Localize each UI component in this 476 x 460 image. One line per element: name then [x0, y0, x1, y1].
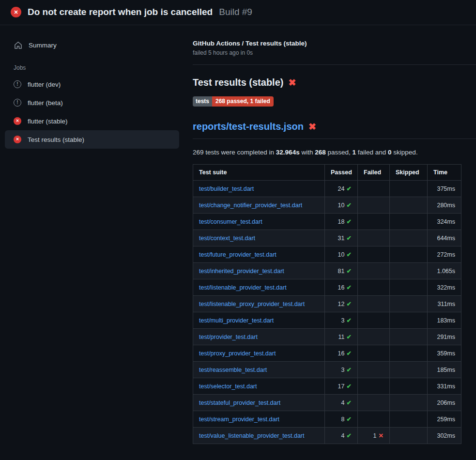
table-row: test/provider_test.dart11✔291ms: [193, 329, 461, 345]
header-test-suite: Test suite: [193, 165, 325, 181]
failed-cell: [358, 214, 390, 230]
header-passed: Passed: [325, 165, 358, 181]
passed-cell: 12✔: [325, 296, 358, 312]
passed-cell: 11✔: [325, 329, 358, 345]
tests-badge: tests 268 passed, 1 failed: [193, 96, 274, 107]
failed-cell: [358, 362, 390, 378]
skipped-cell: [390, 296, 428, 312]
report-link[interactable]: reports/test-results.json: [193, 121, 304, 132]
build-number: Build #9: [219, 7, 252, 17]
check-icon: ✔: [347, 350, 352, 357]
suite-cell: test/consumer_test.dart: [193, 214, 325, 230]
sidebar-job-item[interactable]: !flutter (beta): [5, 93, 179, 112]
header-failed: Failed: [358, 165, 390, 181]
time-cell: 302ms: [428, 428, 461, 444]
check-icon: ✔: [347, 202, 352, 209]
check-icon: ✔: [347, 235, 352, 242]
neutral-status-icon: !: [14, 80, 21, 88]
suite-link[interactable]: test/builder_test.dart: [199, 185, 254, 192]
sidebar-job-item[interactable]: ✕Test results (stable): [5, 130, 179, 149]
sidebar-job-item[interactable]: !flutter (dev): [5, 75, 179, 93]
check-icon: ✔: [347, 284, 352, 291]
skipped-cell: [390, 378, 428, 395]
page-header: ✕ Do not create report when job is cance…: [0, 0, 476, 25]
suite-link[interactable]: test/value_listenable_provider_test.dart: [199, 432, 305, 439]
summary-text: 269 tests were completed in: [193, 149, 276, 156]
skipped-cell: [390, 279, 428, 296]
page-title: Do not create report when job is cancell…: [28, 7, 213, 17]
passed-cell: 18✔: [325, 214, 358, 230]
summary-failed-count: 1: [353, 149, 356, 156]
time-cell: 280ms: [428, 197, 461, 214]
table-row: test/listenable_provider_test.dart16✔322…: [193, 279, 461, 296]
check-icon: ✔: [347, 432, 352, 439]
failed-status-icon: ✕: [14, 136, 21, 143]
skipped-cell: [390, 411, 428, 428]
table-row: test/proxy_provider_test.dart16✔359ms: [193, 345, 461, 362]
table-row: test/builder_test.dart24✔375ms: [193, 181, 461, 197]
suite-link[interactable]: test/provider_test.dart: [199, 334, 258, 340]
check-icon: ✔: [347, 317, 352, 324]
suite-cell: test/listenable_proxy_provider_test.dart: [193, 296, 325, 312]
table-row: test/value_listenable_provider_test.dart…: [193, 428, 461, 444]
sidebar-item-summary[interactable]: Summary: [5, 36, 179, 55]
time-cell: 1.065s: [428, 263, 461, 279]
main-content: GitHub Actions / Test results (stable) f…: [184, 25, 476, 444]
job-label: Test results (stable): [28, 136, 84, 143]
time-cell: 272ms: [428, 246, 461, 263]
failed-cell: [358, 279, 390, 296]
time-cell: 644ms: [428, 230, 461, 246]
suite-link[interactable]: test/consumer_test.dart: [199, 218, 262, 225]
suite-link[interactable]: test/multi_provider_test.dart: [199, 317, 274, 324]
job-label: flutter (beta): [28, 99, 63, 107]
failed-cell: [358, 246, 390, 263]
failed-status-icon: ✕: [14, 117, 21, 125]
skipped-cell: [390, 345, 428, 362]
passed-cell: 31✔: [325, 230, 358, 246]
failed-x-icon: ✖: [308, 122, 316, 131]
suite-cell: test/stateful_provider_test.dart: [193, 395, 325, 411]
failed-cell: [358, 411, 390, 428]
suite-link[interactable]: test/change_notifier_provider_test.dart: [199, 202, 302, 209]
suite-link[interactable]: test/stateful_provider_test.dart: [199, 399, 280, 406]
failed-cell: [358, 230, 390, 246]
suite-link[interactable]: test/stream_provider_test.dart: [199, 416, 279, 423]
skipped-cell: [390, 263, 428, 279]
time-cell: 183ms: [428, 312, 461, 329]
failed-cell: [358, 378, 390, 395]
suite-link[interactable]: test/listenable_proxy_provider_test.dart: [199, 301, 305, 307]
failed-x-icon: ✖: [288, 78, 296, 87]
run-status-line: failed 5 hours ago in 0s: [193, 49, 476, 56]
passed-cell: 4✔: [325, 395, 358, 411]
suite-link[interactable]: test/reassemble_test.dart: [199, 367, 267, 373]
table-header-row: Test suite Passed Failed Skipped Time: [193, 165, 461, 181]
job-label: flutter (stable): [28, 118, 68, 125]
suite-link[interactable]: test/context_test.dart: [199, 235, 255, 242]
suite-link[interactable]: test/selector_test.dart: [199, 383, 257, 390]
time-cell: 259ms: [428, 411, 461, 428]
failed-cell: [358, 263, 390, 279]
sidebar-job-item[interactable]: ✕flutter (stable): [5, 112, 179, 130]
jobs-section-label: Jobs: [5, 55, 179, 75]
failed-status-icon: ✕: [11, 7, 21, 17]
suite-link[interactable]: test/future_provider_test.dart: [199, 251, 276, 258]
suite-cell: test/reassemble_test.dart: [193, 362, 325, 378]
skipped-cell: [390, 329, 428, 345]
table-row: test/stateful_provider_test.dart4✔206ms: [193, 395, 461, 411]
suite-link[interactable]: test/inherited_provider_test.dart: [199, 268, 284, 275]
time-cell: 375ms: [428, 181, 461, 197]
suite-link[interactable]: test/proxy_provider_test.dart: [199, 350, 276, 357]
suite-link[interactable]: test/listenable_provider_test.dart: [199, 284, 287, 291]
passed-cell: 3✔: [325, 312, 358, 329]
passed-cell: 4✔: [325, 428, 358, 444]
time-cell: 291ms: [428, 329, 461, 345]
passed-cell: 24✔: [325, 181, 358, 197]
table-row: test/selector_test.dart17✔331ms: [193, 378, 461, 395]
header-skipped: Skipped: [390, 165, 428, 181]
failed-cell: [358, 329, 390, 345]
summary-duration: 32.964s: [276, 149, 300, 156]
summary-text: skipped.: [392, 149, 418, 156]
skipped-cell: [390, 312, 428, 329]
time-cell: 331ms: [428, 378, 461, 395]
suite-cell: test/context_test.dart: [193, 230, 325, 246]
